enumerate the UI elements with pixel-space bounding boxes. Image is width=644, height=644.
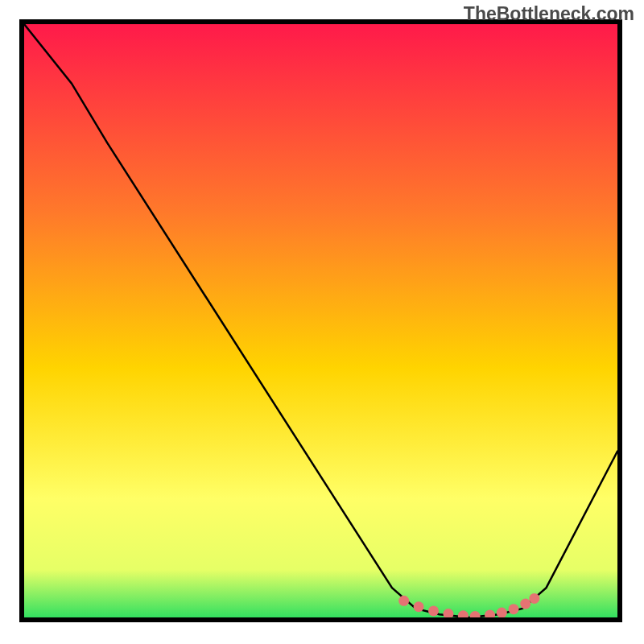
marker-point (497, 608, 507, 618)
svg-rect-2 (24, 24, 617, 617)
marker-point (509, 604, 519, 614)
chart-container: TheBottleneck.com (0, 0, 644, 644)
marker-point (398, 596, 409, 606)
marker-point (529, 593, 539, 604)
watermark-text: TheBottleneck.com (464, 3, 634, 25)
marker-point (520, 599, 530, 609)
chart-svg (0, 0, 644, 644)
marker-point (428, 605, 439, 616)
marker-point (414, 601, 424, 612)
